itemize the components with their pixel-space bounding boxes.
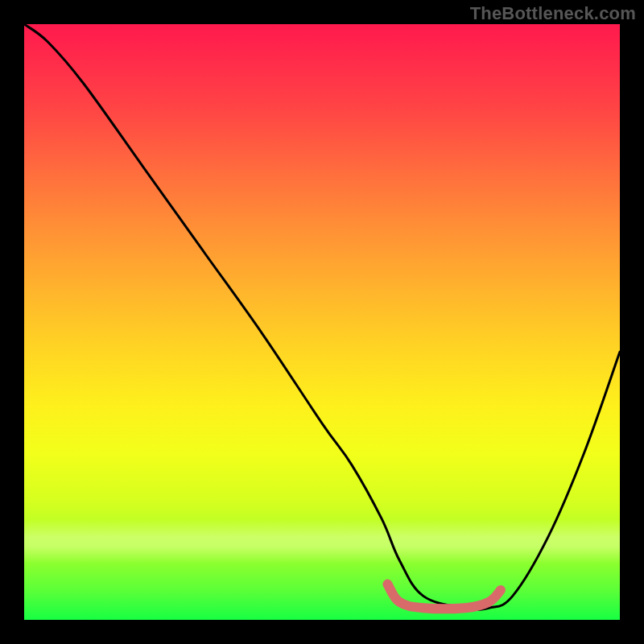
chart-plot-area [24,24,620,620]
chart-svg [24,24,620,620]
curve-path [24,24,620,609]
flat-bottom-highlight-path [387,584,501,609]
pale-band [24,519,620,564]
watermark-text: TheBottleneck.com [470,3,636,24]
chart-frame: TheBottleneck.com [0,0,644,644]
